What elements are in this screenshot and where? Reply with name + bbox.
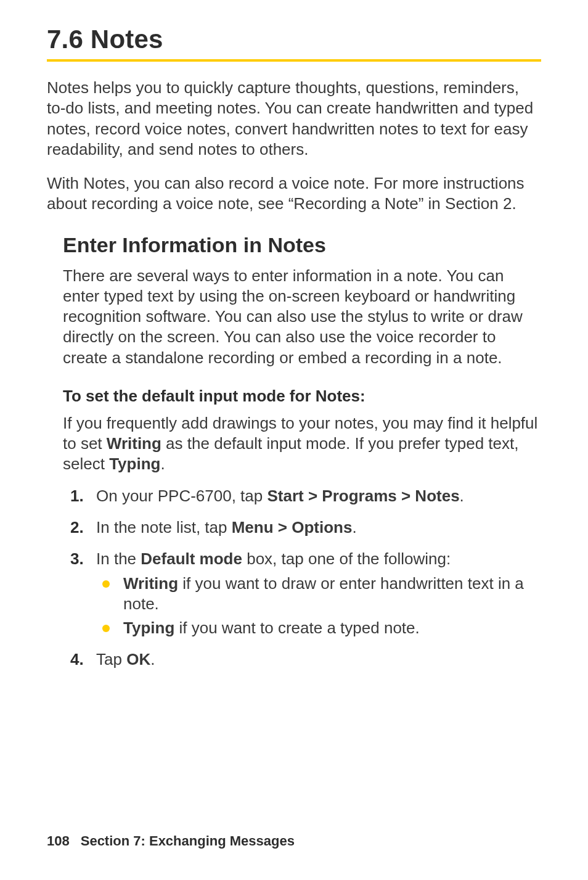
text: Tap [96,650,126,668]
intro-paragraph-1: Notes helps you to quickly capture thoug… [47,78,541,160]
intro-paragraph-2: With Notes, you can also record a voice … [47,173,541,215]
bold-path: Start > Programs > Notes [267,487,459,505]
steps-list: On your PPC-6700, tap Start > Programs >… [63,486,541,670]
bold-ok: OK [126,650,150,668]
text: box, tap one of the following: [242,549,451,568]
page-title: 7.6 Notes [47,25,541,54]
bold-path: Menu > Options [232,518,353,537]
text: . [352,518,356,537]
heading-rule [47,59,541,62]
step-2: In the note list, tap Menu > Options. [63,517,541,538]
text: In the [96,549,141,568]
page-footer: 108Section 7: Exchanging Messages [47,833,295,849]
text: On your PPC-6700, tap [96,487,267,505]
page-number: 108 [47,833,70,849]
text: if you want to draw or enter handwritten… [123,574,524,613]
step-3: In the Default mode box, tap one of the … [63,549,541,638]
text: In the note list, tap [96,518,232,537]
text: . [460,487,464,505]
bold-default-mode: Default mode [141,549,242,568]
bold-writing: Writing [107,434,161,453]
bullet-typing: Typing if you want to create a typed not… [96,618,541,638]
page: 7.6 Notes Notes helps you to quickly cap… [0,0,588,880]
subheading: Enter Information in Notes [63,233,541,257]
section-label: Section 7: Exchanging Messages [81,833,295,849]
bold-typing: Typing [109,454,160,473]
bullet-list: Writing if you want to draw or enter han… [96,574,541,639]
step-1: On your PPC-6700, tap Start > Programs >… [63,486,541,506]
bullet-writing: Writing if you want to draw or enter han… [96,574,541,615]
text: if you want to create a typed note. [174,619,419,637]
step-4: Tap OK. [63,649,541,670]
text: . [160,454,165,473]
bold-typing: Typing [123,619,174,637]
procedure-intro: If you frequently add drawings to your n… [63,413,541,475]
text: . [150,650,155,668]
sub-body-paragraph: There are several ways to enter informat… [63,266,541,368]
bold-writing: Writing [123,574,178,593]
procedure-heading: To set the default input mode for Notes: [63,387,541,406]
